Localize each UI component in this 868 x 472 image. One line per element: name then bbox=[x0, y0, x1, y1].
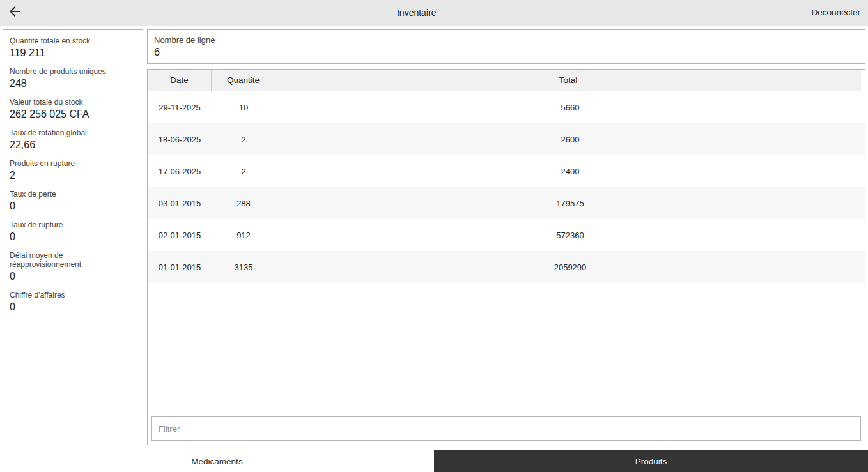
stat-label: Produits en rupture bbox=[10, 159, 136, 168]
page-title: Inventaire bbox=[29, 8, 803, 18]
table-row[interactable]: 01-01-2015 3135 2059290 bbox=[148, 251, 865, 283]
cell-total: 572360 bbox=[275, 231, 865, 240]
cell-quantity: 2 bbox=[212, 135, 275, 144]
stat-quantite-totale: Quantité totale en stock 119 211 bbox=[10, 36, 136, 59]
stat-taux-rupture: Taux de rupture 0 bbox=[10, 220, 136, 243]
stat-value: 0 bbox=[10, 301, 136, 314]
column-header-quantite: Quantite bbox=[212, 70, 275, 91]
stat-value: 2 bbox=[10, 169, 136, 182]
cell-total: 2400 bbox=[275, 167, 865, 176]
cell-quantity: 3135 bbox=[212, 263, 275, 272]
back-button[interactable] bbox=[0, 0, 29, 26]
line-count-box: Nombre de ligne 6 bbox=[147, 29, 865, 64]
cell-date: 18-06-2025 bbox=[148, 135, 212, 144]
cell-date: 17-06-2025 bbox=[148, 167, 212, 176]
cell-total: 2600 bbox=[275, 135, 865, 144]
cell-date: 01-01-2015 bbox=[148, 263, 212, 272]
stat-valeur-stock: Valeur totale du stock 262 256 025 CFA bbox=[10, 98, 136, 121]
stat-label: Quantité totale en stock bbox=[10, 36, 136, 45]
tab-produits[interactable]: Produits bbox=[434, 450, 868, 472]
column-header-total: Total bbox=[275, 70, 861, 91]
filter-field-container bbox=[151, 416, 861, 441]
stat-chiffre-affaires: Chiffre d'affaires 0 bbox=[10, 291, 136, 314]
cell-quantity: 288 bbox=[212, 199, 275, 208]
inventory-table-panel: Date Quantite Total 29-11-2025 10 5660 1… bbox=[147, 69, 865, 445]
table-header-row: Date Quantite Total bbox=[148, 70, 861, 91]
stat-label: Taux de perte bbox=[10, 190, 136, 199]
cell-date: 03-01-2015 bbox=[148, 199, 212, 208]
table-row[interactable]: 17-06-2025 2 2400 bbox=[148, 155, 865, 187]
stat-value: 22,66 bbox=[10, 139, 136, 151]
cell-date: 29-11-2025 bbox=[148, 103, 212, 112]
stat-value: 0 bbox=[10, 270, 136, 283]
cell-quantity: 2 bbox=[212, 167, 275, 176]
logout-button[interactable]: Deconnecter bbox=[803, 0, 868, 26]
filter-input[interactable] bbox=[151, 416, 861, 441]
stat-label: Délai moyen de réapprovisionnement bbox=[10, 251, 136, 269]
table-row[interactable]: 18-06-2025 2 2600 bbox=[148, 123, 865, 155]
cell-total: 5660 bbox=[275, 103, 865, 112]
stat-label: Valeur totale du stock bbox=[10, 98, 136, 107]
stat-produits-rupture: Produits en rupture 2 bbox=[10, 159, 136, 182]
stat-value: 0 bbox=[10, 231, 136, 243]
back-arrow-icon bbox=[7, 4, 22, 22]
stat-label: Nombre de produits uniques bbox=[10, 67, 136, 76]
stat-value: 119 211 bbox=[10, 47, 136, 59]
stat-taux-rotation: Taux de rotation global 22,66 bbox=[10, 128, 136, 151]
column-header-date: Date bbox=[148, 70, 212, 91]
stat-label: Chiffre d'affaires bbox=[10, 291, 136, 300]
stat-value: 262 256 025 CFA bbox=[10, 108, 136, 121]
stats-panel: Quantité totale en stock 119 211 Nombre … bbox=[3, 29, 143, 445]
cell-total: 179575 bbox=[275, 199, 865, 208]
cell-quantity: 10 bbox=[212, 103, 275, 112]
table-row[interactable]: 02-01-2015 912 572360 bbox=[148, 219, 865, 251]
stat-value: 248 bbox=[10, 77, 136, 90]
line-count-value: 6 bbox=[154, 46, 858, 59]
cell-total: 2059290 bbox=[275, 263, 865, 272]
stat-label: Taux de rotation global bbox=[10, 128, 136, 137]
stat-label: Taux de rupture bbox=[10, 220, 136, 229]
bottom-tab-bar: Medicaments Produits bbox=[0, 450, 868, 472]
appbar: Inventaire Deconnecter bbox=[0, 0, 868, 26]
stat-taux-perte: Taux de perte 0 bbox=[10, 190, 136, 213]
cell-quantity: 912 bbox=[212, 231, 275, 240]
stat-delai-reappro: Délai moyen de réapprovisionnement 0 bbox=[10, 251, 136, 283]
line-count-label: Nombre de ligne bbox=[154, 35, 858, 45]
cell-date: 02-01-2015 bbox=[148, 231, 212, 240]
tab-medicaments[interactable]: Medicaments bbox=[0, 450, 434, 472]
stat-value: 0 bbox=[10, 200, 136, 213]
table-row[interactable]: 29-11-2025 10 5660 bbox=[148, 91, 865, 123]
stat-produits-uniques: Nombre de produits uniques 248 bbox=[10, 67, 136, 90]
table-row[interactable]: 03-01-2015 288 179575 bbox=[148, 187, 865, 219]
